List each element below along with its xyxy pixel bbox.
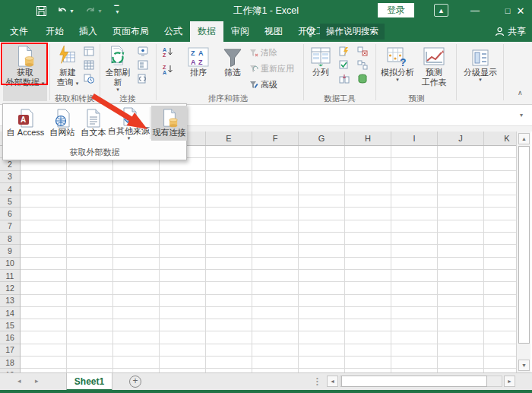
new-sheet-button[interactable]: + [129,376,141,388]
next-sheet-icon[interactable]: ▸ [35,377,39,385]
remove-duplicates-icon[interactable] [356,46,369,57]
edit-links-icon[interactable] [136,73,149,84]
tab-formulas[interactable]: 公式 [157,21,190,42]
existing-connections-button[interactable]: 现有连接 [151,106,187,141]
relationships-icon[interactable] [356,59,369,71]
scroll-down-icon[interactable]: ▼ [518,360,530,371]
from-text-button[interactable]: 自文本 [78,106,109,141]
scroll-left-icon[interactable]: ◄ [327,376,338,387]
row-header[interactable]: 14 [0,307,20,319]
redo-button[interactable]: ▼ [85,6,103,15]
clear-filter-button[interactable]: 清除 [249,46,294,59]
tab-view[interactable]: 视图 [257,21,290,42]
tab-scrollbar-splitter[interactable]: ••• [316,377,319,386]
get-external-line2: 外部数据 ▾ [6,78,45,87]
column-header[interactable]: I [391,132,438,145]
reapply-filter-button[interactable]: 重新应用 [249,62,294,75]
tab-home[interactable]: 开始 [38,21,71,42]
tell-me-search[interactable]: 操作说明搜索 [306,21,385,42]
tab-file[interactable]: 文件 [0,21,38,42]
sheet-tab-sheet1[interactable]: Sheet1 [66,373,112,391]
collapse-ribbon-button[interactable]: ∧ [518,89,523,97]
row-header[interactable]: 16 [0,331,20,344]
group-divider [503,44,504,100]
share-button[interactable]: 共享 [495,21,526,42]
row-header[interactable]: 5 [0,195,20,208]
svg-text:A: A [191,59,196,66]
forecast-sheet-button[interactable]: 预测 工作表 [417,43,451,87]
row-header[interactable]: 13 [0,295,20,307]
recent-sources-icon[interactable] [82,73,95,84]
sort-az-icon[interactable]: AZ [161,46,174,58]
tab-page-layout[interactable]: 页面布局 [105,21,157,42]
row-header[interactable]: 8 [0,233,20,245]
close-button[interactable]: ✕ [509,0,532,21]
column-header[interactable]: H [345,132,391,145]
consolidate-icon[interactable] [337,73,350,84]
show-queries-icon[interactable] [82,46,95,57]
from-web-label: 自网站 [50,128,75,138]
row-header[interactable]: 10 [0,258,20,270]
sort-za-icon[interactable]: ZA [161,64,174,75]
sign-in-button[interactable]: 登录 [378,3,414,17]
column-header[interactable]: J [438,132,484,145]
formula-bar-expand-icon[interactable]: ▾ [520,112,523,119]
tab-insert[interactable]: 插入 [71,21,105,42]
advanced-filter-button[interactable]: 高级 [249,78,294,91]
from-table-icon[interactable] [82,59,95,71]
from-web-button[interactable]: 自网站 [46,106,78,141]
other-sources-icon [120,107,138,126]
workbook-connections-icon[interactable] [136,46,149,57]
prev-sheet-icon[interactable]: ◂ [17,377,21,385]
tab-review[interactable]: 审阅 [223,21,257,42]
group-divider [456,44,457,100]
vertical-scroll-thumb[interactable] [518,146,530,344]
row-header[interactable]: 4 [0,183,20,195]
horizontal-scroll-thumb[interactable] [341,376,487,387]
row-header[interactable]: 15 [0,319,20,331]
get-external-data-button[interactable]: 获取 外部数据 ▾ [3,43,47,101]
column-header[interactable]: E [206,132,252,145]
flash-fill-icon[interactable] [337,46,350,57]
scroll-right-icon[interactable]: ► [504,376,515,387]
vertical-scrollbar[interactable]: ▲ ▼ [516,132,530,372]
column-header[interactable]: K [484,132,516,145]
row-header[interactable]: 9 [0,245,20,257]
row-header[interactable]: 17 [0,344,20,357]
from-access-button[interactable]: A 自 Access [5,106,46,141]
scroll-up-icon[interactable]: ▲ [518,133,530,144]
undo-button[interactable]: ▼ [57,6,74,15]
column-header[interactable]: F [252,132,299,145]
redo-icon [85,6,96,15]
sort-button[interactable]: ZA AZ 排序 [182,43,214,78]
data-validation-icon[interactable] [337,59,350,71]
person-icon [495,27,505,36]
row-header[interactable]: 18 [0,357,20,369]
row-header[interactable]: 7 [0,220,20,233]
save-button[interactable] [36,6,46,16]
row-header[interactable]: 12 [0,282,20,294]
row-header[interactable]: 3 [0,171,20,183]
ribbon-display-options-button[interactable]: ▲ [434,4,448,17]
refresh-all-button[interactable]: 全部刷新 ▾ [102,43,134,92]
from-other-sources-button[interactable]: 自其他来源 ▾ [109,106,149,141]
minimize-button[interactable]: — [464,0,486,21]
properties-icon[interactable] [136,59,149,71]
column-header[interactable]: G [299,132,345,145]
outline-button[interactable]: 分级显示 ▾ [461,43,500,82]
row-header[interactable]: 11 [0,270,20,282]
text-to-columns-button[interactable]: 分列 [307,43,334,78]
undo-caret-icon[interactable]: ▼ [69,8,74,14]
what-if-analysis-button[interactable]: ? 模拟分析 ▾ [379,43,416,82]
filter-button[interactable]: 筛选 [218,43,247,78]
group-label-data-tools: 数据工具 [307,93,372,104]
row-header[interactable]: 6 [0,208,20,220]
refresh-all-label: 全部刷新 [102,68,134,87]
svg-text:Z: Z [163,52,166,58]
redo-caret-icon[interactable]: ▼ [97,8,103,14]
cell-grid[interactable] [21,146,516,372]
customize-qat-button[interactable]: ▔▼ [113,8,120,14]
tab-data[interactable]: 数据 [190,21,223,42]
new-query-button[interactable]: 新建 查询 ▾ [53,43,82,87]
manage-data-model-icon[interactable] [356,73,369,84]
